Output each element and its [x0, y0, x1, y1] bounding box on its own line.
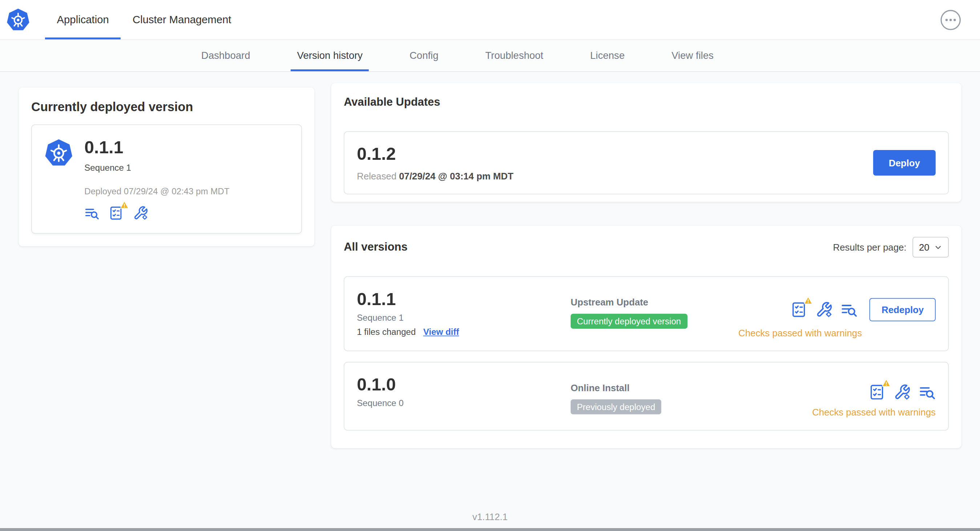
- version-source: Upstream Update Currently deployed versi…: [571, 289, 738, 329]
- files-changed-line: 1 files changed View diff: [357, 327, 571, 337]
- tab-view-files[interactable]: View files: [665, 40, 720, 71]
- update-info: 0.1.2 Released07/29/24 @ 03:14 pm MDT: [357, 144, 514, 181]
- tab-application[interactable]: Application: [45, 0, 121, 39]
- available-update-row: 0.1.2 Released07/29/24 @ 03:14 pm MDT De…: [344, 131, 949, 194]
- console-version: v1.112.1: [0, 511, 980, 522]
- deployed-version-actions: [84, 205, 229, 221]
- preflight-checks-icon[interactable]: [869, 384, 886, 401]
- app-icon: [44, 138, 73, 169]
- admin-console: Application Cluster Management Dashboard…: [0, 0, 980, 531]
- app-switcher-tabs: Application Cluster Management: [45, 0, 243, 39]
- warning-triangle-icon: [882, 379, 891, 388]
- deployed-sequence: Sequence 1: [84, 163, 229, 173]
- view-diff-link[interactable]: View diff: [423, 327, 459, 337]
- version-row-0-1-0: 0.1.0 Sequence 0 Online Install Previous…: [344, 362, 949, 431]
- deployed-timestamp: Deployed 07/29/24 @ 02:43 pm MDT: [84, 186, 229, 197]
- version-sequence: Sequence 0: [357, 398, 571, 409]
- deployed-version-info: 0.1.1 Sequence 1 Deployed 07/29/24 @ 02:…: [84, 138, 229, 221]
- deploy-button[interactable]: Deploy: [873, 150, 936, 176]
- all-versions-title: All versions: [344, 241, 407, 254]
- version-info: 0.1.0 Sequence 0: [357, 375, 571, 409]
- deployed-version-number: 0.1.1: [84, 138, 229, 157]
- results-per-page-label: Results per page:: [833, 242, 906, 253]
- released-label: Released: [357, 171, 397, 181]
- version-source: Online Install Previously deployed: [571, 375, 812, 414]
- deployed-status-badge: Currently deployed version: [571, 314, 687, 329]
- version-action-icons: [869, 384, 936, 401]
- available-updates-card: Available Updates 0.1.2 Released07/29/24…: [331, 83, 961, 202]
- chevron-down-icon: [934, 243, 943, 252]
- config-wrench-icon[interactable]: [133, 205, 148, 221]
- version-action-icons: Redeploy: [791, 298, 936, 321]
- checks-status-text: Checks passed with warnings: [812, 407, 936, 417]
- source-label: Upstream Update: [571, 297, 738, 308]
- version-actions: Checks passed with warnings: [812, 375, 936, 418]
- all-versions-header: All versions Results per page: 20: [344, 237, 949, 258]
- right-column: Available Updates 0.1.2 Released07/29/24…: [331, 83, 961, 448]
- tab-config[interactable]: Config: [403, 40, 445, 71]
- previously-deployed-badge: Previously deployed: [571, 399, 662, 414]
- release-notes-icon[interactable]: [84, 205, 99, 221]
- redeploy-button[interactable]: Redeploy: [870, 298, 936, 321]
- config-wrench-icon[interactable]: [816, 302, 832, 318]
- config-wrench-icon[interactable]: [894, 384, 911, 401]
- tab-cluster-management[interactable]: Cluster Management: [121, 0, 243, 39]
- ellipsis-icon: [940, 9, 961, 30]
- tab-version-history[interactable]: Version history: [291, 40, 369, 71]
- update-version-number: 0.1.2: [357, 144, 514, 164]
- version-row-0-1-1: 0.1.1 Sequence 1 1 files changed View di…: [344, 277, 949, 351]
- version-info: 0.1.1 Sequence 1 1 files changed View di…: [357, 289, 571, 337]
- tab-troubleshoot[interactable]: Troubleshoot: [479, 40, 550, 71]
- files-changed-text: 1 files changed: [357, 327, 416, 337]
- tab-license[interactable]: License: [584, 40, 631, 71]
- version-number: 0.1.0: [357, 375, 571, 395]
- deployed-version-box: 0.1.1 Sequence 1 Deployed 07/29/24 @ 02:…: [31, 124, 302, 234]
- version-actions: Redeploy Checks passed with warnings: [738, 289, 936, 338]
- preflight-checks-icon[interactable]: [108, 205, 124, 221]
- preflight-checks-icon[interactable]: [791, 302, 808, 318]
- release-notes-icon[interactable]: [919, 384, 935, 401]
- results-per-page: Results per page: 20: [833, 237, 949, 258]
- currently-deployed-title: Currently deployed version: [31, 100, 302, 114]
- release-notes-icon[interactable]: [841, 302, 858, 318]
- warning-triangle-icon: [120, 201, 129, 210]
- top-header: Application Cluster Management: [0, 0, 980, 40]
- version-sequence: Sequence 1: [357, 313, 571, 323]
- checks-status-text: Checks passed with warnings: [738, 328, 862, 338]
- released-date: 07/29/24 @ 03:14 pm MDT: [399, 171, 513, 181]
- results-per-page-select[interactable]: 20: [913, 237, 949, 258]
- tab-dashboard[interactable]: Dashboard: [195, 40, 256, 71]
- available-updates-title: Available Updates: [344, 95, 949, 109]
- bottom-edge: [0, 528, 980, 531]
- results-per-page-value: 20: [919, 242, 929, 253]
- source-label: Online Install: [571, 382, 812, 393]
- currently-deployed-card: Currently deployed version 0.1.1 Sequenc…: [19, 87, 315, 246]
- app-subnav: Dashboard Version history Config Trouble…: [0, 40, 980, 72]
- all-versions-card: All versions Results per page: 20 0.1.1 …: [331, 226, 961, 448]
- kubernetes-logo-icon: [6, 8, 30, 32]
- released-line: Released07/29/24 @ 03:14 pm MDT: [357, 171, 514, 181]
- warning-triangle-icon: [804, 296, 813, 305]
- overflow-menu-button[interactable]: [940, 9, 961, 30]
- version-number: 0.1.1: [357, 289, 571, 310]
